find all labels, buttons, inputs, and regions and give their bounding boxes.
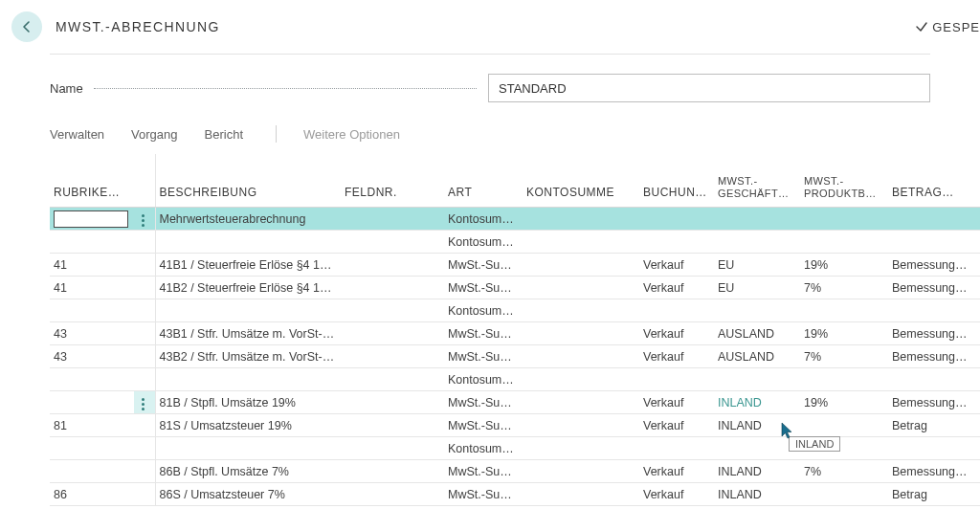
- cell-mwst-geschaeft[interactable]: AUSLAND: [714, 322, 800, 345]
- cell-mwst-produkt[interactable]: [800, 414, 888, 437]
- cell-art[interactable]: Kontosumme: [444, 299, 523, 322]
- cell-feldnr[interactable]: [341, 368, 444, 391]
- cell-mwst-geschaeft[interactable]: [714, 437, 800, 460]
- cell-mwst-produkt[interactable]: [800, 368, 888, 391]
- cell-rubrik[interactable]: [50, 231, 134, 254]
- cell-buchung[interactable]: Verkauf: [639, 391, 714, 414]
- cell-feldnr[interactable]: [341, 391, 444, 414]
- col-rubrik[interactable]: RUBRIKE…: [50, 154, 134, 208]
- cell-feldnr[interactable]: [341, 437, 444, 460]
- cell-mwst-geschaeft[interactable]: INLAND: [714, 391, 800, 414]
- cell-beschreibung[interactable]: 43B2 / Stfr. Umsätze m. VorSt-…: [155, 345, 341, 368]
- cell-betrag[interactable]: Bemessung…: [888, 391, 980, 414]
- cell-buchung[interactable]: [639, 437, 714, 460]
- cell-betrag[interactable]: [888, 231, 980, 254]
- table-row[interactable]: 81B / Stpfl. Umsätze 19%MwSt.-Sum…Verkau…: [50, 391, 980, 414]
- cell-feldnr[interactable]: [341, 414, 444, 437]
- cell-mwst-geschaeft[interactable]: [714, 231, 800, 254]
- cell-beschreibung[interactable]: 86B / Stpfl. Umsätze 7%: [155, 460, 341, 483]
- cell-art[interactable]: MwSt.-Sum…: [444, 345, 523, 368]
- cell-buchung[interactable]: Verkauf: [639, 483, 714, 506]
- cell-beschreibung[interactable]: [155, 299, 341, 322]
- cell-kontosumme[interactable]: [523, 460, 639, 483]
- cell-mwst-produkt[interactable]: 7%: [800, 277, 888, 299]
- cell-mwst-produkt[interactable]: [800, 231, 888, 254]
- cell-beschreibung[interactable]: [155, 437, 341, 460]
- cell-art[interactable]: MwSt.-Sum…: [444, 483, 523, 506]
- cell-feldnr[interactable]: [341, 277, 444, 299]
- action-report[interactable]: Bericht: [205, 127, 243, 142]
- table-row[interactable]: Kontosumme: [50, 368, 980, 391]
- cell-rubrik[interactable]: 41: [50, 277, 134, 299]
- cell-beschreibung[interactable]: Mehrwertsteuerabrechnung: [155, 208, 341, 231]
- cell-kontosumme[interactable]: [523, 368, 639, 391]
- col-kontosumme[interactable]: KONTOSUMME: [523, 154, 639, 208]
- table-row[interactable]: 86B / Stpfl. Umsätze 7%MwSt.-Sum…Verkauf…: [50, 460, 980, 483]
- cell-rubrik[interactable]: 86: [50, 483, 134, 506]
- cell-mwst-geschaeft[interactable]: [714, 368, 800, 391]
- cell-mwst-produkt[interactable]: [800, 208, 888, 231]
- cell-art[interactable]: Kontosumme: [444, 231, 523, 254]
- cell-buchung[interactable]: [639, 231, 714, 254]
- cell-mwst-geschaeft[interactable]: EU: [714, 254, 800, 277]
- cell-buchung[interactable]: Verkauf: [639, 277, 714, 299]
- cell-art[interactable]: MwSt.-Sum…: [444, 277, 523, 299]
- cell-art[interactable]: MwSt.-Sum…: [444, 460, 523, 483]
- cell-feldnr[interactable]: [341, 208, 444, 231]
- table-row[interactable]: 4343B1 / Stfr. Umsätze m. VorSt-…MwSt.-S…: [50, 322, 980, 345]
- table-row[interactable]: MehrwertsteuerabrechnungKontosumme: [50, 208, 980, 231]
- cell-buchung[interactable]: Verkauf: [639, 254, 714, 277]
- cell-buchung[interactable]: Verkauf: [639, 345, 714, 368]
- cell-buchung[interactable]: Verkauf: [639, 322, 714, 345]
- cell-betrag[interactable]: [888, 208, 980, 231]
- cell-rubrik[interactable]: [50, 437, 134, 460]
- cell-feldnr[interactable]: [341, 322, 444, 345]
- table-row[interactable]: 4141B2 / Steuerfreie Erlöse §4 1b …MwSt.…: [50, 277, 980, 299]
- action-more-options[interactable]: Weitere Optionen: [303, 127, 400, 142]
- cell-betrag[interactable]: [888, 437, 980, 460]
- cell-mwst-geschaeft[interactable]: INLAND: [714, 460, 800, 483]
- col-feldnr[interactable]: FELDNR.: [341, 154, 444, 208]
- cell-beschreibung[interactable]: [155, 231, 341, 254]
- table-row[interactable]: 4343B2 / Stfr. Umsätze m. VorSt-…MwSt.-S…: [50, 345, 980, 368]
- cell-art[interactable]: Kontosumme: [444, 437, 523, 460]
- action-manage[interactable]: Verwalten: [50, 127, 104, 142]
- cell-buchung[interactable]: [639, 299, 714, 322]
- cell-beschreibung[interactable]: 86S / Umsatzsteuer 7%: [155, 483, 341, 506]
- cell-kontosumme[interactable]: [523, 437, 639, 460]
- cell-feldnr[interactable]: [341, 254, 444, 277]
- col-art[interactable]: ART: [444, 154, 523, 208]
- table-row[interactable]: 8686S / Umsatzsteuer 7%MwSt.-Sum…Verkauf…: [50, 483, 980, 506]
- cell-mwst-geschaeft[interactable]: EU: [714, 277, 800, 299]
- action-process[interactable]: Vorgang: [131, 127, 177, 142]
- cell-feldnr[interactable]: [341, 460, 444, 483]
- cell-row-menu[interactable]: [134, 391, 155, 414]
- cell-beschreibung[interactable]: [155, 368, 341, 391]
- cell-feldnr[interactable]: [341, 231, 444, 254]
- cell-mwst-geschaeft[interactable]: INLAND: [714, 483, 800, 506]
- cell-kontosumme[interactable]: [523, 254, 639, 277]
- cell-art[interactable]: Kontosumme: [444, 368, 523, 391]
- rubrik-input[interactable]: [54, 210, 128, 228]
- cell-betrag[interactable]: Betrag: [888, 414, 980, 437]
- cell-kontosumme[interactable]: [523, 231, 639, 254]
- cell-rubrik[interactable]: [50, 460, 134, 483]
- cell-rubrik[interactable]: [50, 299, 134, 322]
- cell-betrag[interactable]: [888, 368, 980, 391]
- cell-mwst-produkt[interactable]: [800, 483, 888, 506]
- name-input[interactable]: [488, 74, 930, 102]
- cell-mwst-produkt[interactable]: 7%: [800, 460, 888, 483]
- cell-betrag[interactable]: [888, 299, 980, 322]
- cell-art[interactable]: MwSt.-Sum…: [444, 414, 523, 437]
- kebab-menu-icon[interactable]: [138, 210, 149, 231]
- cell-betrag[interactable]: Betrag: [888, 483, 980, 506]
- cell-mwst-produkt[interactable]: 19%: [800, 322, 888, 345]
- cell-mwst-produkt[interactable]: [800, 299, 888, 322]
- cell-kontosumme[interactable]: [523, 414, 639, 437]
- cell-betrag[interactable]: Bemessung…: [888, 322, 980, 345]
- cell-betrag[interactable]: Bemessung…: [888, 254, 980, 277]
- cell-art[interactable]: MwSt.-Sum…: [444, 254, 523, 277]
- cell-betrag[interactable]: Bemessung…: [888, 345, 980, 368]
- cell-betrag[interactable]: Bemessung…: [888, 277, 980, 299]
- cell-kontosumme[interactable]: [523, 322, 639, 345]
